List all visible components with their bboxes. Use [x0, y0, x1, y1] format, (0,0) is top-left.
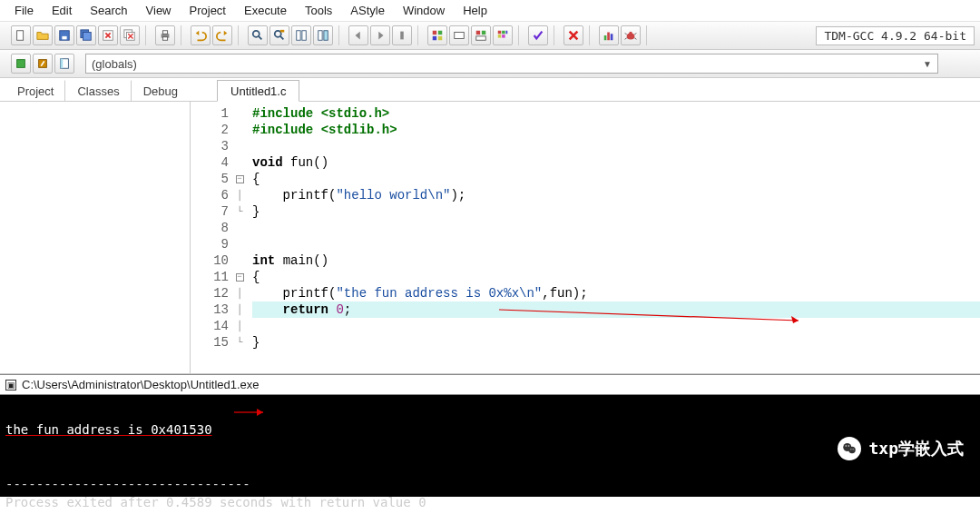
chevron-down-icon: ▼	[923, 59, 932, 69]
svg-rect-14	[297, 31, 300, 41]
tab-debug[interactable]: Debug	[132, 80, 190, 101]
menu-bar: File Edit Search View Project Execute To…	[0, 0, 980, 22]
compiler-label: TDM-GCC 4.9.2 64-bit	[824, 29, 966, 43]
menu-project[interactable]: Project	[181, 2, 235, 19]
nav-back-button[interactable]	[348, 25, 368, 45]
syntax-check-button[interactable]	[528, 25, 548, 45]
console-output: the fun address is 0x401530 ------------…	[0, 395, 980, 497]
tab-project[interactable]: Project	[5, 80, 65, 101]
svg-point-50	[853, 449, 854, 450]
console-path: C:\Users\Administrator\Desktop\Untitled1…	[22, 378, 260, 391]
svg-rect-28	[502, 31, 505, 35]
globals-label: (globals)	[92, 57, 137, 71]
console-separator: --------------------------------	[5, 477, 250, 491]
debug-button[interactable]	[621, 25, 641, 45]
nav-forward-button[interactable]	[370, 25, 390, 45]
svg-marker-44	[257, 409, 263, 416]
svg-rect-40	[61, 59, 64, 69]
redo-button[interactable]	[212, 25, 232, 45]
nav-toggle-button[interactable]	[392, 25, 412, 45]
goto-button[interactable]	[291, 25, 311, 45]
find-button[interactable]	[248, 25, 268, 45]
svg-point-36	[629, 32, 632, 35]
svg-rect-20	[438, 31, 442, 35]
svg-rect-34	[611, 34, 613, 40]
menu-window[interactable]: Window	[394, 2, 454, 19]
undo-button[interactable]	[191, 25, 211, 45]
menu-astyle[interactable]: AStyle	[341, 2, 394, 19]
globals-combo[interactable]: (globals) ▼	[85, 54, 938, 74]
tabs-row: Project Classes Debug Untitled1.c	[0, 78, 980, 102]
console-exit-line: Process exited after 0.4589 seconds with…	[5, 495, 426, 509]
svg-rect-32	[604, 35, 607, 40]
svg-rect-37	[17, 60, 25, 68]
menu-search[interactable]: Search	[81, 2, 136, 19]
annotation-arrow-icon	[234, 406, 270, 419]
replace-button[interactable]	[270, 25, 289, 45]
svg-point-49	[851, 449, 852, 450]
fold-column[interactable]: −│└−│││└	[232, 102, 247, 373]
compiler-selector[interactable]: TDM-GCC 4.9.2 64-bit	[816, 26, 975, 45]
code-editor[interactable]: 123456789101112131415 −│└−│││└ #include …	[191, 102, 980, 373]
editor-area: 123456789101112131415 −│└−│││└ #include …	[0, 102, 980, 374]
new-class-button[interactable]	[11, 54, 31, 74]
menu-edit[interactable]: Edit	[43, 2, 81, 19]
watermark-text: txp学嵌入式	[868, 440, 964, 458]
tab-classes[interactable]: Classes	[65, 80, 131, 101]
svg-rect-26	[476, 36, 486, 40]
bookmark-button[interactable]	[313, 25, 333, 45]
profile-button[interactable]	[599, 25, 619, 45]
line-gutter: 123456789101112131415	[191, 102, 232, 373]
svg-rect-25	[482, 31, 485, 35]
svg-rect-9	[162, 31, 167, 35]
stop-button[interactable]	[564, 25, 583, 45]
main-toolbar: TDM-GCC 4.9.2 64-bit	[0, 22, 980, 50]
svg-point-47	[846, 445, 848, 447]
svg-rect-27	[498, 31, 502, 35]
print-button[interactable]	[155, 25, 175, 45]
svg-rect-31	[502, 35, 505, 38]
project-panel[interactable]	[0, 102, 191, 373]
svg-rect-19	[433, 31, 436, 35]
compile-button[interactable]	[427, 25, 447, 45]
menu-file[interactable]: File	[5, 2, 43, 19]
code-content[interactable]: #include <stdio.h>#include <stdlib.h>voi…	[247, 102, 980, 373]
svg-rect-15	[302, 31, 306, 41]
svg-line-41	[499, 310, 799, 321]
menu-view[interactable]: View	[137, 2, 181, 19]
svg-rect-4	[83, 33, 92, 41]
file-tab-untitled1[interactable]: Untitled1.c	[217, 80, 299, 102]
close-all-button[interactable]	[120, 25, 140, 45]
svg-rect-2	[62, 36, 66, 40]
save-button[interactable]	[54, 25, 74, 45]
menu-help[interactable]: Help	[454, 2, 496, 19]
svg-point-12	[275, 31, 281, 37]
new-file-button[interactable]	[11, 25, 31, 45]
toggle-panel-button[interactable]	[54, 54, 74, 74]
svg-rect-33	[607, 33, 610, 41]
run-button[interactable]	[449, 25, 469, 45]
menu-execute[interactable]: Execute	[235, 2, 296, 19]
save-all-button[interactable]	[76, 25, 96, 45]
svg-rect-23	[455, 33, 465, 39]
svg-point-46	[849, 447, 857, 454]
open-file-button[interactable]	[33, 25, 53, 45]
watermark: txp学嵌入式	[838, 437, 964, 460]
svg-rect-30	[498, 35, 502, 38]
svg-rect-13	[280, 30, 284, 33]
insert-button[interactable]	[33, 54, 53, 74]
svg-rect-17	[324, 31, 328, 41]
compile-run-button[interactable]	[471, 25, 491, 45]
svg-point-48	[848, 445, 850, 447]
svg-rect-21	[433, 36, 436, 40]
wechat-icon	[838, 437, 861, 460]
svg-marker-42	[791, 316, 799, 323]
rebuild-button[interactable]	[493, 25, 513, 45]
annotation-arrow-icon	[499, 304, 817, 326]
menu-tools[interactable]: Tools	[296, 2, 341, 19]
console-line-output: the fun address is 0x401530	[5, 422, 212, 437]
svg-rect-18	[400, 32, 404, 40]
svg-rect-24	[476, 31, 480, 35]
close-button[interactable]	[98, 25, 118, 45]
svg-rect-10	[162, 37, 167, 41]
